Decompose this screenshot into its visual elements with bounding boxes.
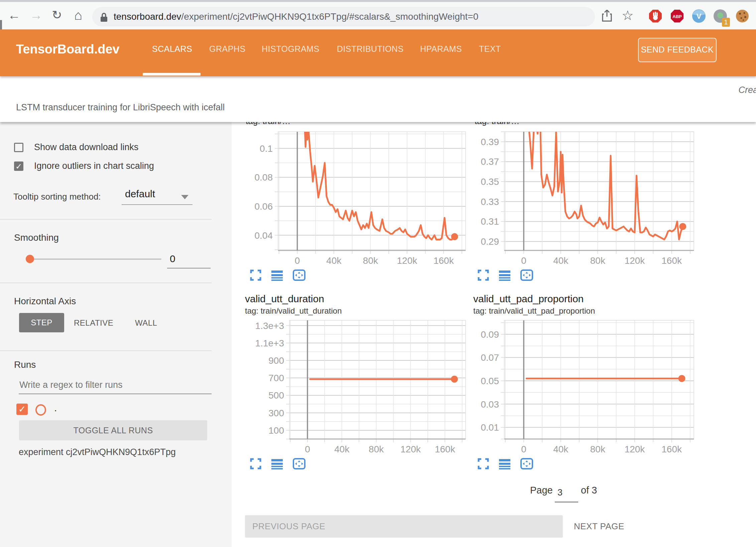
tab-text[interactable]: TEXT — [479, 44, 501, 54]
back-icon[interactable]: ← — [5, 2, 23, 29]
experiment-title: LSTM transducer training for LibriSpeech… — [16, 102, 225, 113]
toggle-y-axis-icon[interactable] — [271, 458, 285, 471]
active-tab-underline — [143, 73, 201, 76]
screen: ← → ↻ ⌂ tensorboard.dev/experiment/cj2vt… — [0, 0, 756, 547]
expand-chart-icon[interactable] — [250, 458, 263, 471]
svg-text:160k: 160k — [435, 444, 456, 454]
star-icon[interactable]: ☆ — [619, 2, 636, 29]
profile-icon[interactable]: 1 — [713, 9, 727, 23]
abp-icon[interactable]: ABP — [670, 9, 684, 23]
axis-wall-button[interactable]: WALL — [135, 318, 157, 328]
svg-text:120k: 120k — [625, 444, 645, 454]
runs-label: Runs — [14, 359, 36, 370]
svg-text:0: 0 — [295, 255, 300, 265]
chart-bottom-right[interactable]: 0.010.030.050.070.09040k80k120k160k — [462, 320, 696, 454]
adblock-icon[interactable] — [648, 9, 662, 23]
tab-histograms[interactable]: HISTOGRAMS — [262, 44, 320, 54]
svg-text:0.08: 0.08 — [255, 172, 273, 183]
settings-sidebar: Show data download links ✓ Ignore outlie… — [0, 122, 232, 547]
divider — [0, 219, 212, 220]
chart-tag: tag: train/valid_utt_pad_proportion — [473, 306, 595, 316]
home-icon[interactable]: ⌂ — [69, 2, 88, 29]
show-data-download-links-row[interactable]: Show data download links — [14, 142, 138, 152]
cookie-icon[interactable] — [735, 9, 749, 23]
expand-chart-icon[interactable] — [478, 458, 491, 471]
tab-hparams[interactable]: HPARAMS — [420, 44, 462, 54]
chart-bottom-left[interactable]: 1003005007009001.1e+31.3e+3040k80k120k16… — [234, 320, 468, 454]
svg-text:0: 0 — [305, 444, 310, 454]
fit-domain-icon[interactable] — [293, 458, 306, 471]
chart-title: valid_utt_duration — [245, 293, 324, 305]
svg-text:V: V — [697, 12, 702, 20]
svg-text:40k: 40k — [553, 255, 569, 265]
expand-chart-icon[interactable] — [478, 269, 491, 283]
checkbox-checked-icon[interactable]: ✓ — [14, 161, 23, 171]
tab-graphs[interactable]: GRAPHS — [209, 44, 246, 54]
url-domain: tensorboard.dev — [114, 11, 181, 22]
svg-text:0.1: 0.1 — [260, 143, 273, 154]
expand-chart-icon[interactable] — [250, 269, 263, 283]
chart-title: valid_utt_pad_proportion — [473, 293, 584, 305]
created-text-fragment: Crea — [738, 85, 756, 95]
share-icon[interactable] — [598, 2, 616, 29]
run-checkbox-checked[interactable]: ✓ — [16, 404, 28, 415]
svg-text:0.01: 0.01 — [481, 422, 499, 433]
toggle-y-axis-icon[interactable] — [499, 458, 512, 471]
tooltip-sorting-label: Tooltip sorting method: — [13, 192, 101, 202]
svg-text:80k: 80k — [369, 444, 384, 454]
reload-icon[interactable]: ↻ — [47, 2, 66, 29]
chart-toolbar — [478, 269, 534, 283]
smoothing-slider-handle[interactable] — [26, 255, 34, 263]
svg-text:0.03: 0.03 — [481, 399, 499, 410]
chart-top-left[interactable]: 0.040.060.080.1040k80k120k160k — [234, 131, 468, 265]
svg-text:120k: 120k — [400, 444, 421, 454]
ignore-outliers-row[interactable]: ✓ Ignore outliers in chart scaling — [14, 161, 154, 171]
browser-toolbar: ← → ↻ ⌂ tensorboard.dev/experiment/cj2vt… — [0, 2, 756, 29]
vimium-icon[interactable]: V — [692, 9, 706, 23]
send-feedback-button[interactable]: SEND FEEDBACK — [638, 38, 717, 62]
svg-text:0.04: 0.04 — [255, 230, 273, 241]
experiment-title-band: LSTM transducer training for LibriSpeech… — [0, 76, 756, 122]
svg-text:700: 700 — [268, 373, 284, 383]
charts-panel: tag: train/… tag: train/… 0.040.060.080.… — [232, 122, 756, 547]
next-page-button[interactable]: NEXT PAGE — [574, 515, 624, 538]
smoothing-value[interactable]: 0 — [170, 253, 175, 264]
forward-icon[interactable]: → — [27, 2, 45, 29]
fit-domain-icon[interactable] — [520, 458, 534, 471]
svg-text:500: 500 — [268, 390, 284, 401]
checkbox-unchecked-icon[interactable] — [14, 143, 23, 152]
tooltip-sorting-select[interactable]: default — [125, 188, 155, 200]
chart-toolbar — [478, 458, 534, 471]
svg-text:80k: 80k — [590, 255, 606, 265]
axis-step-button[interactable]: STEP — [19, 313, 64, 332]
smoothing-slider-track[interactable] — [29, 258, 161, 260]
lock-icon — [100, 12, 108, 24]
toggle-y-axis-icon[interactable] — [499, 269, 512, 283]
page-label: Page — [530, 485, 553, 496]
tab-scalars[interactable]: SCALARS — [152, 44, 192, 54]
chart-toolbar — [250, 269, 306, 283]
chevron-down-icon[interactable] — [181, 195, 188, 199]
fit-domain-icon[interactable] — [520, 269, 534, 283]
axis-relative-button[interactable]: RELATIVE — [74, 318, 113, 328]
svg-text:ABP: ABP — [672, 14, 682, 19]
svg-text:0: 0 — [521, 444, 526, 454]
svg-text:0.06: 0.06 — [255, 201, 273, 212]
checkbox-label: Show data download links — [34, 142, 138, 152]
svg-text:0.37: 0.37 — [481, 156, 499, 167]
fit-domain-icon[interactable] — [293, 269, 306, 283]
divider — [0, 350, 212, 351]
svg-text:0.33: 0.33 — [481, 197, 499, 207]
runs-regex-input[interactable] — [19, 379, 207, 391]
run-color-circle-icon[interactable] — [35, 404, 46, 416]
url-path: /experiment/cj2vtPiwQHKN9Q1tx6PTpg/#scal… — [181, 11, 478, 22]
previous-page-button[interactable]: PREVIOUS PAGE — [245, 515, 563, 538]
chart-top-right[interactable]: 0.290.310.330.350.370.39040k80k120k160k — [462, 131, 696, 265]
address-bar[interactable]: tensorboard.dev/experiment/cj2vtPiwQHKN9… — [92, 7, 595, 26]
page-number-input[interactable] — [557, 487, 578, 498]
toggle-all-runs-button[interactable]: TOGGLE ALL RUNS — [19, 420, 207, 440]
smoothing-value-underline — [167, 268, 211, 268]
svg-text:1.1e+3: 1.1e+3 — [255, 338, 284, 348]
tab-distributions[interactable]: DISTRIBUTIONS — [337, 44, 404, 54]
toggle-y-axis-icon[interactable] — [271, 269, 285, 283]
